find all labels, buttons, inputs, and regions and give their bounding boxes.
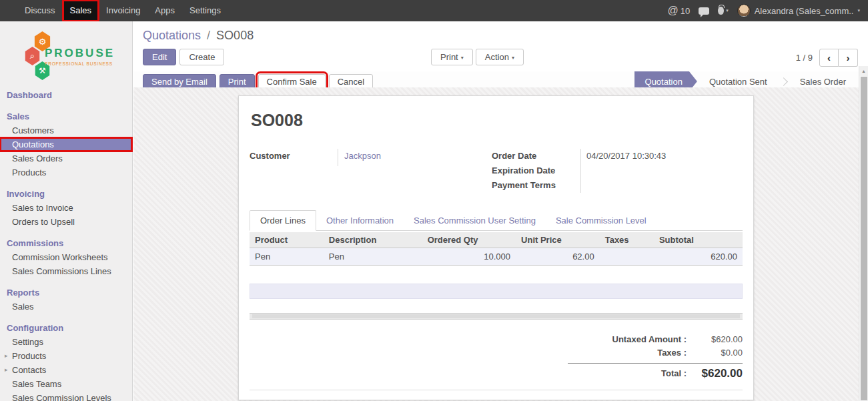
topbar-item-apps[interactable]: Apps	[147, 0, 182, 21]
pager-counter: 1 / 9	[796, 53, 813, 63]
form-view-background: SO008 Customer Jackpson Order DateExpira…	[133, 87, 859, 401]
sidebar-item-sales-to-invoice[interactable]: Sales to Invoice	[0, 201, 132, 215]
mention-icon: @	[667, 5, 678, 17]
quotation-title: SO008	[251, 111, 743, 130]
order-date-label: Order Date	[492, 149, 580, 163]
order-lines-header-row: ProductDescriptionOrdered QtyUnit PriceT…	[250, 232, 743, 248]
column-header-taxes[interactable]: Taxes	[600, 232, 654, 248]
edit-button[interactable]: Edit	[143, 49, 176, 65]
tab-sales-commission-user-setting[interactable]: Sales Commission User Setting	[404, 211, 546, 230]
logo-title: PROBUSE	[45, 47, 115, 59]
state-chevron-icon	[779, 77, 788, 86]
customer-label: Customer	[250, 149, 338, 193]
tab-order-lines[interactable]: Order Lines	[250, 210, 316, 231]
topbar: DiscussSalesInvoicingAppsSettings @ 10 ▾…	[0, 0, 868, 21]
sidebar: ⚙ ⌕ ⚒ PROBUSE PROFESSIONAL BUSINESS Dash…	[0, 21, 133, 401]
sidebar-item-settings[interactable]: Settings	[0, 335, 132, 349]
order-date-value: 04/20/2017 10:30:43	[586, 149, 743, 163]
totals-block: Untaxed Amount : $620.00 Taxes : $0.00 T…	[568, 333, 743, 382]
pager-next-button[interactable]: ›	[839, 49, 858, 67]
vertical-scrollbar[interactable]: ▲	[859, 66, 868, 401]
pager-previous-button[interactable]: ‹	[819, 49, 839, 67]
sidebar-item-contacts[interactable]: ▸Contacts	[0, 363, 132, 377]
sidebar-heading-commissions[interactable]: Commissions	[0, 236, 132, 250]
user-name: Alexandra (Sales_comm..	[755, 6, 854, 16]
sidebar-item-sales-commissions-lines[interactable]: Sales Commissions Lines	[0, 264, 132, 278]
create-button[interactable]: Create	[179, 49, 224, 65]
column-header-description[interactable]: Description	[324, 232, 422, 248]
scrollbar-up-arrow[interactable]: ▲	[859, 66, 868, 76]
tab-other-information[interactable]: Other Information	[316, 211, 404, 230]
chat-bubble-icon[interactable]	[699, 7, 709, 15]
sidebar-item-sales-orders[interactable]: Sales Orders	[0, 151, 132, 165]
topbar-item-sales[interactable]: Sales	[63, 0, 99, 21]
cell-product: Pen	[250, 248, 324, 266]
logo-tagline: PROFESSIONAL BUSINESS	[45, 61, 115, 66]
column-header-ordered-qty[interactable]: Ordered Qty	[422, 232, 516, 248]
chevron-down-icon: ▾	[512, 55, 514, 61]
sidebar-item-commission-worksheets[interactable]: Commission Worksheets	[0, 250, 132, 264]
notebook-tabs: Order LinesOther InformationSales Commis…	[250, 210, 743, 231]
totals-separator	[568, 363, 743, 364]
chevron-down-icon: ▾	[726, 8, 729, 13]
breadcrumb-separator: /	[207, 29, 210, 42]
order-lines-table: ProductDescriptionOrdered QtyUnit PriceT…	[250, 232, 743, 266]
topbar-item-discuss[interactable]: Discuss	[17, 0, 63, 21]
sidebar-item-sales[interactable]: Sales	[0, 300, 132, 314]
sidebar-heading-invoicing[interactable]: Invoicing	[0, 187, 132, 201]
chevron-down-icon: ▾	[857, 8, 860, 13]
sidebar-menu: DashboardSalesCustomersQuotationsSales O…	[0, 88, 132, 401]
cell-taxes	[600, 248, 654, 266]
sidebar-item-customers[interactable]: Customers	[0, 123, 132, 137]
action-dropdown-button[interactable]: Action▾	[476, 49, 524, 65]
bug-icon	[718, 7, 724, 15]
taxes-value: $0.00	[687, 346, 743, 360]
probuse-logo: ⚙ ⌕ ⚒ PROBUSE PROFESSIONAL BUSINESS	[23, 29, 132, 80]
sidebar-heading-sales[interactable]: Sales	[0, 109, 132, 123]
chevron-left-icon: ‹	[827, 52, 831, 63]
cell-description: Pen	[324, 248, 422, 266]
column-header-subtotal[interactable]: Subtotal	[654, 232, 743, 248]
sidebar-item-sales-commission-levels[interactable]: Sales Commission Levels	[0, 391, 132, 401]
chevron-right-icon: ›	[847, 52, 850, 63]
tab-sale-commission-level[interactable]: Sale Commission Level	[546, 211, 657, 230]
sidebar-heading-reports[interactable]: Reports	[0, 286, 132, 300]
expiration-date-value	[586, 163, 743, 178]
breadcrumb-quotations-link[interactable]: Quotations	[143, 29, 201, 42]
debug-menu[interactable]: ▾	[718, 7, 729, 15]
sidebar-item-products[interactable]: ▸Products	[0, 349, 132, 363]
chevron-down-icon: ▾	[461, 55, 464, 61]
user-menu[interactable]: Alexandra (Sales_comm.. ▾	[737, 4, 860, 17]
print-dropdown-button[interactable]: Print▾	[431, 49, 473, 65]
topbar-item-settings[interactable]: Settings	[182, 0, 228, 21]
total-value: $620.00	[687, 366, 743, 382]
vertical-scrollbar-thumb[interactable]	[861, 77, 867, 400]
topbar-item-invoicing[interactable]: Invoicing	[99, 0, 147, 21]
payment-terms-value	[586, 178, 743, 193]
mention-counter[interactable]: @ 10	[667, 5, 690, 17]
expand-caret-icon[interactable]: ▸	[5, 349, 8, 363]
right-field-labels: Order DateExpiration DatePayment Terms	[492, 149, 580, 193]
avatar	[737, 4, 751, 17]
control-panel: Quotations / SO008 Edit Create Print▾ Ac…	[133, 21, 868, 71]
order-lines-body: PenPen10.00062.00 620.00	[250, 248, 743, 266]
sidebar-heading-dashboard[interactable]: Dashboard	[0, 88, 132, 102]
order-line-row[interactable]: PenPen10.00062.00 620.00	[250, 248, 743, 266]
sidebar-item-sales-teams[interactable]: Sales Teams	[0, 377, 132, 391]
column-header-unit-price[interactable]: Unit Price	[516, 232, 600, 248]
customer-value-link[interactable]: Jackpson	[338, 149, 381, 166]
sidebar-item-products[interactable]: Products	[0, 165, 132, 179]
horizontal-scrollbar-thumb[interactable]	[252, 314, 740, 318]
sheet-bottom-divider	[250, 390, 743, 390]
expand-caret-icon[interactable]: ▸	[5, 363, 8, 377]
fields-block: Customer Jackpson Order DateExpiration D…	[250, 149, 743, 193]
horizontal-scrollbar[interactable]	[250, 313, 743, 320]
logo-search-icon: ⌕	[24, 47, 41, 65]
empty-section-band	[250, 284, 743, 299]
column-header-product[interactable]: Product	[250, 232, 324, 248]
sidebar-item-orders-to-upsell[interactable]: Orders to Upsell	[0, 215, 132, 229]
logo-text: PROBUSE PROFESSIONAL BUSINESS	[45, 47, 115, 66]
untaxed-amount-value: $620.00	[687, 333, 743, 346]
sidebar-item-quotations[interactable]: Quotations	[0, 137, 132, 151]
sidebar-heading-configuration[interactable]: Configuration	[0, 321, 132, 335]
